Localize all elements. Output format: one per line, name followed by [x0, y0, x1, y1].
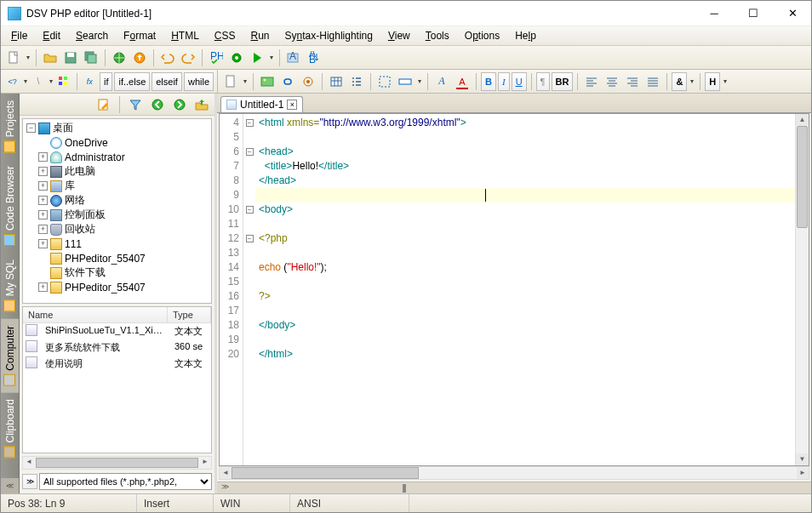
underline-button[interactable]: U	[512, 72, 527, 91]
paragraph-button[interactable]: ¶	[536, 72, 550, 91]
menu-file[interactable]: File	[4, 28, 34, 43]
align-right-button[interactable]	[623, 72, 642, 91]
italic-button[interactable]: I	[498, 72, 510, 91]
menu-run[interactable]: Run	[244, 28, 277, 43]
fold-column[interactable]: −−−−	[243, 114, 255, 465]
side-back-button[interactable]	[148, 95, 167, 114]
input-button[interactable]	[396, 72, 415, 91]
snippet-func-button[interactable]: fx	[82, 72, 98, 91]
file-filter-select[interactable]: All supported files (*.php,*.php2,	[39, 473, 212, 490]
side-edit-button[interactable]	[94, 95, 113, 114]
open-button[interactable]	[41, 48, 60, 67]
file-tree[interactable]: −桌面 OneDrive +Administrator +此电脑 +库 +网络 …	[22, 118, 212, 304]
col-type[interactable]: Type	[168, 307, 211, 322]
run-dropdown[interactable]: ▾	[268, 54, 275, 61]
menu-html[interactable]: HTML	[164, 28, 206, 43]
image-button[interactable]	[258, 72, 277, 91]
snippet-php-button[interactable]: <?	[4, 72, 20, 91]
side-up-button[interactable]	[192, 95, 211, 114]
font-button[interactable]: A	[432, 72, 451, 91]
side-panel: −桌面 OneDrive +Administrator +此电脑 +库 +网络 …	[20, 94, 217, 493]
heading-button[interactable]: H	[705, 72, 720, 91]
status-enc: ANSI	[290, 494, 409, 512]
new-file-button[interactable]	[4, 48, 23, 67]
br-button[interactable]: BR	[552, 72, 574, 91]
tab-computer[interactable]: Computer	[1, 319, 19, 393]
undo-button[interactable]	[158, 48, 177, 67]
svg-point-20	[264, 78, 266, 81]
minimize-button[interactable]: ─	[702, 5, 726, 22]
save-button[interactable]	[61, 48, 80, 67]
font-color-button[interactable]: A	[453, 72, 472, 91]
side-forward-button[interactable]	[170, 95, 189, 114]
table-button[interactable]	[327, 72, 346, 91]
menu-help[interactable]: Help	[508, 28, 543, 43]
col-name[interactable]: Name	[23, 307, 168, 322]
php-check-button[interactable]: PHP	[207, 48, 226, 67]
vscrollbar[interactable]: ▲▼	[795, 114, 809, 465]
maximize-button[interactable]: ☐	[741, 5, 765, 22]
new-dropdown[interactable]: ▾	[25, 54, 31, 61]
file-list[interactable]: Name Type ShiPinSuoLueTu_V1.1_XiTon...文本…	[22, 306, 212, 453]
menu-syntax[interactable]: Syntax-Highlighting	[278, 28, 380, 43]
tab-mysql[interactable]: My SQL	[1, 253, 19, 318]
close-tab-button[interactable]: ×	[287, 100, 297, 110]
menu-format[interactable]: Format	[117, 28, 163, 43]
list-item[interactable]: 更多系统软件下载360 se	[23, 339, 211, 356]
upload-button[interactable]	[130, 48, 149, 67]
menu-css[interactable]: CSS	[208, 28, 243, 43]
menu-search[interactable]: Search	[69, 28, 115, 43]
snippet-if[interactable]: if	[100, 72, 113, 91]
side-filter-button[interactable]	[126, 95, 145, 114]
collapse-side-button[interactable]: ≪	[1, 478, 19, 493]
tab-code-browser[interactable]: Code Browser	[1, 159, 19, 253]
side-tabs: Projects Code Browser My SQL Computer Cl…	[1, 94, 20, 493]
menu-options[interactable]: Options	[458, 28, 506, 43]
snippet-elseif[interactable]: elseif	[152, 72, 182, 91]
code-editor[interactable]: 4567891011121314151617181920 −−−− <html …	[219, 113, 809, 466]
menu-view[interactable]: View	[381, 28, 417, 43]
svg-point-28	[174, 100, 185, 110]
tab-clipboard[interactable]: Clipboard	[1, 392, 19, 465]
form-button[interactable]	[375, 72, 394, 91]
new-html-button[interactable]	[221, 72, 240, 91]
close-button[interactable]: ✕	[781, 5, 804, 22]
snippet-ifelse[interactable]: if..else	[114, 72, 150, 91]
main-toolbar: ▾ PHP ▾ A AB	[1, 46, 811, 70]
code-content[interactable]: <html xmlns="http://www.w3.org/1999/xhtm…	[255, 114, 795, 465]
snippet-color-button[interactable]	[55, 72, 71, 91]
list-button[interactable]	[347, 72, 366, 91]
bottom-tabs-collapsed[interactable]: ≫	[217, 482, 811, 493]
save-all-button[interactable]	[82, 48, 100, 67]
find-button[interactable]: A	[284, 48, 303, 67]
svg-point-27	[152, 100, 163, 110]
snippet-toolbar: <? ▾ \ ▾ fx if if..else elseif while	[1, 70, 218, 94]
menu-tools[interactable]: Tools	[419, 28, 456, 43]
debug-button[interactable]	[227, 48, 246, 67]
list-item[interactable]: 使用说明文本文	[23, 356, 211, 372]
svg-rect-16	[59, 82, 62, 85]
entity-amp-button[interactable]: &	[672, 72, 687, 91]
hscrollbar[interactable]: ◄►	[219, 466, 809, 480]
snippet-while[interactable]: while	[184, 72, 214, 91]
svg-rect-24	[380, 77, 390, 87]
link-button[interactable]	[278, 72, 297, 91]
sort-button[interactable]: AB	[305, 48, 323, 67]
editor-tab[interactable]: Untitled-1 ×	[220, 96, 303, 112]
align-left-button[interactable]	[582, 72, 601, 91]
expand-filter-button[interactable]: ≫	[22, 474, 37, 489]
tab-projects[interactable]: Projects	[1, 94, 19, 159]
list-item[interactable]: ShiPinSuoLueTu_V1.1_XiTon...文本文	[23, 323, 211, 339]
run-button[interactable]	[248, 48, 266, 67]
svg-rect-23	[331, 77, 341, 86]
anchor-button[interactable]	[299, 72, 317, 91]
bold-button[interactable]: B	[481, 72, 496, 91]
browser-button[interactable]	[110, 48, 129, 67]
redo-button[interactable]	[179, 48, 197, 67]
menu-edit[interactable]: Edit	[36, 28, 67, 43]
status-pos: Pos 38: Ln 9	[1, 494, 137, 512]
align-justify-button[interactable]	[643, 72, 662, 91]
side-hscroll[interactable]: ◄►	[22, 456, 212, 470]
snippet-var-button[interactable]: \	[30, 72, 46, 91]
align-center-button[interactable]	[603, 72, 621, 91]
